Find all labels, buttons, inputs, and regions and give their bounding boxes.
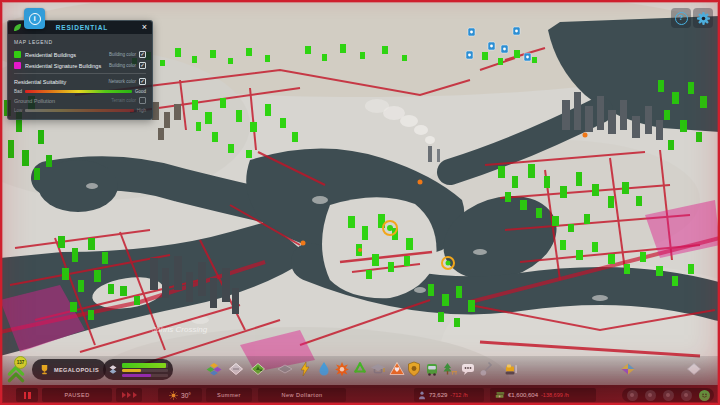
money-widget[interactable]: €1,600,604 -138,699 /h [490,388,596,402]
person-icon [418,391,426,400]
checkbox-ground-pollution[interactable] [139,97,146,104]
season-widget[interactable]: Summer [206,388,252,402]
help-icon: ? [675,12,688,25]
banknotes-icon [495,391,505,399]
city-name-plate[interactable]: MEGALOPOLIS [32,359,106,380]
legend-type-label: Network color [108,79,136,84]
demand-bar-residential [122,363,166,368]
infoviews-button[interactable]: i [24,8,45,29]
bulldozer-icon[interactable] [503,361,519,377]
districts-icon[interactable] [277,361,293,377]
checkbox-suitability[interactable]: ✓ [139,78,146,85]
season-label: Summer [217,392,241,398]
green-swatch [14,51,21,58]
zoning-demand-icon [108,363,118,376]
demand-bar-commercial [122,369,141,372]
legend-row-ground-pollution: Ground Pollution Terrain color [14,95,146,106]
population-widget[interactable]: 73,629 -712 /h [414,388,484,402]
district-name-plate: New Dollarton [258,388,346,402]
game-screen: Johns Crossing i RESIDENTIAL × MAP LEGEN… [0,0,720,405]
water-icon[interactable] [316,361,332,377]
garbage-icon[interactable] [352,361,368,377]
legend-label: Residential Suitability [14,79,66,85]
suitability-gradient-bar [25,90,132,93]
suitability-gradient-scale: Bad Good [14,87,146,95]
milestone-level-badge: 137 [14,356,27,369]
milestone-progress-widget[interactable]: 137 [5,359,29,383]
smiley-icon [700,391,709,400]
police-icon[interactable] [406,361,422,377]
fire-rescue-icon[interactable] [334,361,350,377]
temperature-value: 30° [181,392,191,399]
legend-label: Residential Signature Buildings [25,63,101,69]
transportation-icon[interactable] [424,361,440,377]
money-rate: -138,699 /h [541,392,569,398]
pause-button[interactable] [16,388,38,402]
pollution-gradient-scale: Low High [14,106,146,114]
gear-icon [696,11,711,26]
map-district-label: Johns Crossing [151,325,208,334]
legend-type-label: Building color [109,52,136,57]
map-legend-title: MAP LEGEND [14,39,146,45]
help-button[interactable]: ? [671,8,691,28]
population-value: 73,629 [429,392,447,398]
legend-row-suitability: Residential Suitability Network color ✓ [14,76,146,87]
money-value: €1,600,604 [508,392,538,398]
city-status-cluster[interactable] [622,388,714,402]
landscaping-icon[interactable] [478,361,494,377]
population-rate: -712 /h [450,392,467,398]
healthcare-icon[interactable] [389,361,405,377]
magenta-swatch [14,62,21,69]
checkbox-residential-buildings[interactable]: ✓ [139,51,146,58]
sun-icon [169,391,178,400]
pause-icon [24,392,31,399]
happiness-indicator[interactable] [699,390,710,401]
parks-recreation-icon[interactable] [442,361,458,377]
communications-icon[interactable] [460,361,476,377]
pollution-gradient-bar [25,109,133,112]
status-circle-4[interactable] [681,390,692,401]
legend-label: Ground Pollution [14,98,55,104]
main-toolbar: 137 MEGALOPOLIS [0,356,720,385]
status-circle-1[interactable] [627,390,638,401]
demand-bars [122,363,168,377]
residential-leaf-icon [13,23,22,32]
demand-widget[interactable] [103,359,173,380]
legend-row-residential-buildings: Residential Buildings Building color ✓ [14,49,146,60]
legend-type-label: Building color [109,63,136,68]
pause-state-label: PAUSED [42,388,112,402]
legend-label: Residential Buildings [25,52,76,58]
status-circle-3[interactable] [663,390,674,401]
checkbox-signature-buildings[interactable]: ✓ [139,62,146,69]
status-bar: PAUSED 30° Summer New Dollarton [0,385,720,405]
residential-infoview-panel[interactable]: RESIDENTIAL × MAP LEGEND Residential Bui… [7,20,153,120]
electricity-icon[interactable] [297,361,313,377]
district-label: New Dollarton [281,392,322,398]
speed-control[interactable] [116,388,142,402]
zones-icon[interactable] [206,361,222,377]
photo-mode-icon[interactable] [686,361,702,377]
status-circle-2[interactable] [645,390,656,401]
trophy-icon [39,364,50,375]
demand-bar-office [122,374,151,377]
roads-icon[interactable] [228,361,244,377]
education-icon[interactable] [370,361,386,377]
fast-forward-icon [122,392,137,398]
info-icon: i [29,13,41,25]
close-icon[interactable]: × [142,23,147,32]
settings-button[interactable] [693,8,713,28]
vegetation-icon[interactable] [250,361,266,377]
temperature-widget[interactable]: 30° [158,388,202,402]
legend-type-label: Terrain color [111,98,136,103]
city-name: MEGALOPOLIS [54,367,99,373]
legend-row-signature-buildings: Residential Signature Buildings Building… [14,60,146,71]
map-tiles-icon[interactable] [620,361,636,377]
